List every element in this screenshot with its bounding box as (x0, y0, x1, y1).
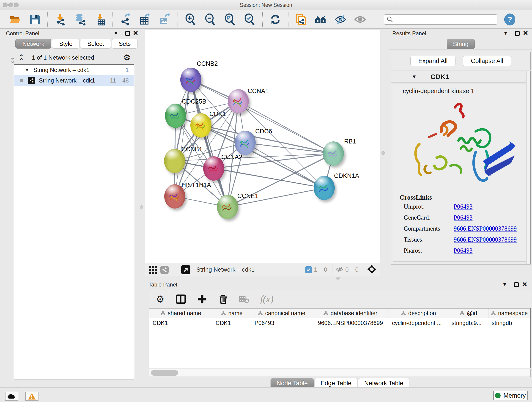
column-header-name[interactable]: name (212, 308, 251, 318)
birds-eye-view-icon[interactable] (149, 266, 157, 274)
hide-selected-icon[interactable] (335, 13, 346, 26)
add-column-icon[interactable] (197, 294, 207, 304)
tab-edge-table[interactable]: Edge Table (314, 378, 358, 388)
tab-select[interactable]: Select (80, 39, 111, 49)
table-horizontal-scrollbar[interactable] (149, 369, 531, 377)
zoom-selected-icon[interactable] (244, 13, 256, 26)
help-icon[interactable]: ? (504, 13, 515, 26)
import-network-from-database-icon[interactable] (74, 13, 86, 26)
network-node-rb1[interactable] (323, 141, 344, 166)
show-columns-icon[interactable] (176, 294, 186, 304)
import-network-icon[interactable] (55, 13, 66, 26)
node-label-cdc6: CDC6 (255, 128, 272, 135)
panel-maximize-icon[interactable] (515, 31, 520, 36)
column-header-database-identifier[interactable]: database identifier (312, 308, 389, 318)
panel-maximize-icon[interactable] (514, 282, 519, 287)
string-import-icon[interactable] (295, 13, 307, 26)
network-canvas[interactable]: CCNB2CCNA1CDC25BCDK1CDC6RB1CCNB1CCNA2CDK… (145, 30, 380, 263)
open-session-icon[interactable] (9, 13, 21, 26)
warning-button[interactable] (25, 392, 38, 401)
entry-expander-icon[interactable]: ▼ (412, 74, 417, 80)
table-cell[interactable]: CDK1 (212, 318, 251, 328)
network-node-cdc25b[interactable] (165, 104, 186, 128)
table-cell[interactable]: stringdb:9... (448, 318, 488, 328)
network-node-ccne1[interactable] (217, 195, 238, 219)
panel-close-icon[interactable]: ✕ (522, 281, 527, 288)
table-row[interactable]: CDK1CDK1P064939606.ENSP00000378699cyclin… (149, 318, 530, 328)
first-neighbors-icon[interactable] (315, 13, 327, 26)
table-cell[interactable]: CDK1 (149, 318, 212, 328)
panel-close-icon[interactable]: ✕ (133, 29, 138, 37)
cloud-button[interactable] (5, 392, 18, 401)
column-header-description[interactable]: description (389, 308, 448, 318)
export-table-icon[interactable] (139, 13, 151, 26)
bottom-splitter-handle[interactable] (336, 277, 340, 280)
crosslink-link[interactable]: 9606.ENSP00000378699 (454, 236, 517, 243)
zoom-fit-icon[interactable] (224, 13, 236, 26)
panel-maximize-icon[interactable] (125, 31, 130, 36)
save-session-icon[interactable] (29, 13, 41, 26)
collapse-all-button[interactable]: Collapse All (463, 56, 511, 66)
column-header-canonical-name[interactable]: canonical name (251, 308, 312, 318)
node-table[interactable]: shared namenamecanonical namedatabase id… (149, 308, 531, 368)
right-splitter-handle[interactable] (381, 151, 385, 155)
network-node-cdkn1a[interactable] (314, 176, 335, 200)
delete-column-icon[interactable] (218, 294, 228, 304)
search-input[interactable] (393, 16, 490, 23)
search-box[interactable] (384, 14, 497, 25)
network-node-cdc6[interactable] (234, 131, 256, 155)
tab-network[interactable]: Network (15, 39, 51, 49)
export-image-icon[interactable] (159, 13, 171, 26)
node-label-ccna1: CCNA1 (248, 88, 269, 95)
zoom-out-icon[interactable] (204, 13, 216, 26)
import-table-icon[interactable] (94, 13, 106, 26)
column-header-namespace[interactable]: namespace (488, 308, 530, 318)
network-node-ccna1[interactable] (228, 89, 249, 114)
export-network-icon[interactable] (120, 13, 132, 26)
table-cell[interactable]: cyclin-dependent ... (389, 318, 448, 328)
network-collection-row[interactable]: ▼ String Network – cdk1 1 (14, 65, 134, 75)
left-splitter-handle[interactable] (140, 205, 143, 209)
gear-icon[interactable]: ⚙ (123, 53, 131, 62)
results-list: ▼ CDK1 cyclin-dependent kinase 1 (391, 70, 531, 264)
column-header-label: shared name (168, 310, 201, 317)
tab-node-table[interactable]: Node Table (270, 378, 314, 388)
tab-sets[interactable]: Sets (112, 39, 138, 49)
memory-button[interactable]: Memory (493, 391, 528, 400)
crosslink-link[interactable]: P06493 (454, 214, 473, 221)
zoom-in-icon[interactable] (185, 13, 196, 26)
panel-close-icon[interactable]: ✕ (523, 29, 528, 37)
table-settings-gear-icon[interactable]: ⚙ (156, 294, 165, 305)
tree-expander-icon[interactable]: ▼ (25, 67, 29, 73)
show-all-icon[interactable] (354, 13, 366, 26)
tab-network-table[interactable]: Network Table (358, 378, 410, 388)
crosslink-link[interactable]: P06493 (454, 247, 473, 254)
panel-float-icon[interactable]: ▼ (114, 30, 119, 36)
network-row[interactable]: String Network – cdk1 11 48 (14, 75, 134, 86)
expand-all-button[interactable]: Expand All (410, 56, 456, 66)
result-entry-header[interactable]: ▼ CDK1 (391, 71, 530, 83)
network-node-cdk1[interactable] (190, 113, 211, 138)
tab-style[interactable]: Style (52, 39, 80, 49)
column-header--id[interactable]: @id (448, 308, 488, 318)
selected-nodes-checkbox[interactable] (305, 266, 312, 273)
network-type-badge-icon[interactable] (160, 266, 169, 274)
network-edges (145, 30, 380, 263)
table-cell[interactable]: P06493 (251, 318, 312, 328)
crosslink-link[interactable]: 9606.ENSP00000378699 (454, 225, 517, 232)
collapse-all-icon[interactable]: ⌄⌄ (10, 56, 15, 63)
crosslink-link[interactable]: P06493 (454, 203, 473, 210)
tab-string[interactable]: String (447, 39, 475, 49)
panel-float-icon[interactable]: ▼ (502, 281, 507, 287)
table-cell[interactable]: 9606.ENSP00000378699 (312, 318, 389, 328)
scrollbar-thumb[interactable] (151, 370, 178, 376)
panel-float-icon[interactable]: ▼ (503, 30, 508, 36)
column-header-shared-name[interactable]: shared name (149, 308, 212, 318)
fit-content-crosshair-icon[interactable] (367, 264, 377, 275)
expand-all-icon[interactable]: ⌃⌃ (19, 55, 24, 62)
results-scrollbar[interactable] (526, 71, 530, 264)
table-cell[interactable]: stringdb (488, 318, 530, 328)
detach-view-icon[interactable] (181, 265, 190, 274)
refresh-icon[interactable] (269, 13, 281, 26)
network-node-ccnb2[interactable] (180, 68, 201, 92)
